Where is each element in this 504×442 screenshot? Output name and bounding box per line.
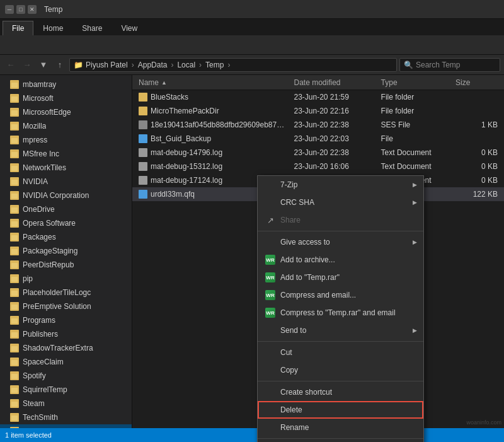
ctx-item-compress-to--temp-rar--and-email[interactable]: WRCompress to "Temp.rar" and email (258, 304, 423, 322)
tab-share[interactable]: Share (72, 21, 112, 35)
ctx-item-rename[interactable]: Rename (258, 419, 423, 436)
sidebar-item-microsoftedge[interactable]: MicrosoftEdge (0, 105, 132, 119)
forward-button[interactable]: → (20, 58, 34, 72)
sidebar-item-steam[interactable]: Steam (0, 397, 132, 410)
sidebar-item-label: Steam (23, 399, 45, 408)
sidebar-item-label: SpaceClaim (23, 358, 64, 366)
file-row[interactable]: 18e190413af045db88dfbd29609eb877.d...23-… (132, 118, 504, 132)
sidebar-item-programs[interactable]: Programs (0, 313, 132, 327)
path-icon: 📁 (74, 61, 83, 69)
file-cell-size (452, 90, 501, 104)
sidebar-item-squirreltemp[interactable]: SquirrelTemp (0, 383, 132, 397)
file-row[interactable]: mat-debug-15312.log23-Jun-20 16:06Text D… (132, 160, 504, 173)
file-cell-name: BlueStacks (135, 90, 290, 104)
sidebar-item-placeholdertilelogc[interactable]: PlaceholderTileLogc (0, 286, 132, 300)
sidebar-item-peerdistrepub[interactable]: PeerDistRepub (0, 258, 132, 272)
folder-icon (10, 274, 19, 283)
file-cell-name: Bst_Guid_Backup (135, 132, 290, 146)
sidebar-item-nvidia[interactable]: NVIDIA (0, 175, 132, 189)
sidebar-item-label: Publishers (23, 330, 58, 339)
sidebar-item-shadowtrackerextra[interactable]: ShadowTrackerExtra (0, 341, 132, 355)
sidebar-item-mpress[interactable]: mpress (0, 133, 132, 147)
maximize-btn[interactable]: □ (16, 5, 25, 14)
file-cell-name: mat-debug-14796.log (135, 146, 290, 160)
ctx-item-label: Give access to (280, 238, 330, 247)
sidebar-item-opera-software[interactable]: Opera Software (0, 216, 132, 230)
file-cell-size: 0 KB (452, 160, 501, 173)
path-sep-2: › (171, 61, 173, 69)
log-file-icon (139, 162, 147, 171)
sidebar-item-label: TechSmith (23, 413, 58, 422)
ctx-item-cut[interactable]: Cut (258, 344, 423, 361)
ctx-item-give-access-to[interactable]: Give access to (258, 233, 423, 251)
ctx-item-7-zip[interactable]: 7-Zip (258, 176, 423, 194)
path-segment-2[interactable]: AppData (138, 61, 168, 69)
window-controls[interactable]: ─ □ ✕ (5, 5, 37, 14)
col-header-name[interactable]: Name ▲ (135, 75, 290, 90)
file-name: urddl33m.qfq (151, 190, 195, 199)
file-cell-type: SES File (377, 118, 452, 132)
file-name: 18e190413af045db88dfbd29609eb877.d... (151, 120, 286, 129)
col-header-date[interactable]: Date modified (290, 75, 377, 90)
folder-icon (10, 385, 19, 394)
ctx-item-create-shortcut[interactable]: Create shortcut (258, 383, 423, 401)
file-row[interactable]: BlueStacks23-Jun-20 21:59File folder (132, 90, 504, 104)
path-segment-1[interactable]: Piyush Patel (86, 61, 128, 69)
sidebar-item-onedrive[interactable]: OneDrive (0, 202, 132, 216)
sidebar-item-publishers[interactable]: Publishers (0, 327, 132, 341)
tab-file[interactable]: File (3, 21, 33, 35)
sidebar-item-spaceclaim[interactable]: SpaceClaim (0, 355, 132, 369)
sidebar-item-nvidia-corporation[interactable]: NVIDIA Corporation (0, 189, 132, 202)
ctx-item-add-to--temp-rar-[interactable]: WRAdd to "Temp.rar" (258, 269, 423, 286)
folder-icon (10, 177, 19, 186)
sidebar-item-networktiles[interactable]: NetworkTiles (0, 161, 132, 175)
sidebar-item-label: Spotify (23, 371, 46, 380)
folder-icon (10, 371, 19, 380)
sidebar-item-preemptive-solution[interactable]: PreEmptive Solution (0, 300, 132, 313)
ctx-item-label: Rename (280, 423, 309, 432)
tab-home[interactable]: Home (33, 21, 72, 35)
file-row[interactable]: MicroThemePackDir23-Jun-20 22:16File fol… (132, 104, 504, 118)
path-segment-3[interactable]: Local (177, 61, 195, 69)
ctx-icon (265, 180, 275, 190)
ctx-item-delete[interactable]: Delete (258, 401, 423, 419)
sidebar-item-mbamtray[interactable]: mbamtray (0, 78, 132, 91)
sidebar-item-pip[interactable]: pip (0, 272, 132, 286)
path-segment-4[interactable]: Temp (205, 61, 224, 69)
ctx-icon (265, 422, 275, 433)
sidebar-item-msfree-inc[interactable]: MSfree Inc (0, 147, 132, 161)
ctx-icon: WR (265, 308, 275, 318)
ctx-icon (265, 197, 275, 207)
col-header-size[interactable]: Size (452, 75, 501, 90)
back-button[interactable]: ← (4, 58, 18, 72)
ctx-icon (265, 325, 275, 335)
search-box[interactable]: 🔍 Search Temp (399, 58, 500, 72)
sidebar-item-spotify[interactable]: Spotify (0, 369, 132, 383)
folder-icon (10, 247, 19, 255)
file-name: mat-debug-14796.log (151, 148, 222, 157)
file-row[interactable]: Bst_Guid_Backup23-Jun-20 22:03File (132, 132, 504, 146)
sidebar-item-techsmith[interactable]: TechSmith (0, 410, 132, 424)
ctx-item-send-to[interactable]: Send to (258, 322, 423, 339)
ctx-icon: WR (265, 290, 275, 300)
address-path[interactable]: 📁 Piyush Patel › AppData › Local › Temp … (69, 58, 397, 72)
tab-view[interactable]: View (112, 21, 147, 35)
up-button[interactable]: ↑ (53, 58, 67, 72)
sidebar-item-mozilla[interactable]: Mozilla (0, 119, 132, 133)
ctx-icon: WR (265, 272, 275, 282)
minimize-btn[interactable]: ─ (5, 5, 14, 14)
ctx-item-copy[interactable]: Copy (258, 361, 423, 379)
ctx-item-add-to-archive---[interactable]: WRAdd to archive... (258, 251, 423, 269)
watermark: woaninfo.com (466, 419, 501, 426)
ctx-item-crc-sha[interactable]: CRC SHA (258, 194, 423, 211)
sidebar-item-label: Opera Software (23, 219, 76, 228)
col-header-type[interactable]: Type (377, 75, 452, 90)
recent-locations-button[interactable]: ▼ (37, 58, 50, 72)
sidebar-item-packagestaging[interactable]: PackageStaging (0, 244, 132, 258)
file-row[interactable]: mat-debug-14796.log23-Jun-20 22:38Text D… (132, 146, 504, 160)
sidebar-item-microsoft[interactable]: Microsoft (0, 91, 132, 105)
close-btn[interactable]: ✕ (28, 5, 37, 14)
folder-icon (10, 330, 19, 339)
sidebar-item-packages[interactable]: Packages (0, 230, 132, 244)
ctx-item-compress-and-email---[interactable]: WRCompress and email... (258, 286, 423, 304)
